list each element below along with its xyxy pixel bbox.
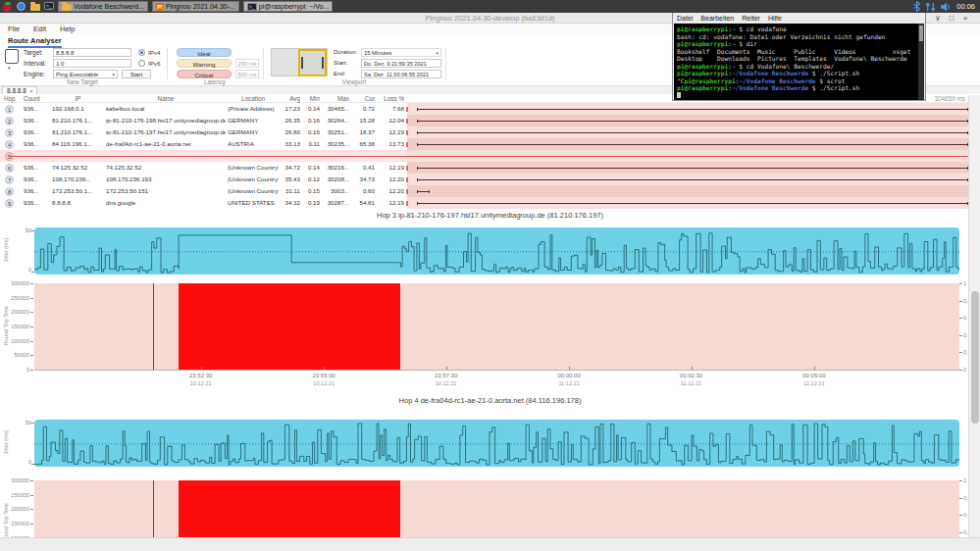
vertical-scrollbar-thumb[interactable] (971, 291, 979, 424)
column-header-loss[interactable]: Loss % (377, 94, 404, 103)
terminal-menu-reiter[interactable]: Reiter (742, 15, 760, 22)
raspberry-menu-icon[interactable] (3, 2, 13, 12)
cell-min: 0.19 (302, 197, 320, 209)
bluetooth-icon[interactable] (913, 1, 920, 12)
timeline-stripe[interactable] (407, 185, 968, 197)
cell-cur: 34.73 (351, 174, 375, 185)
table-row[interactable]: 5 (0, 150, 980, 162)
taskbar-window-pingnoo[interactable]: P! Pingnoo 2021.04.30-... (152, 1, 239, 12)
table-row[interactable]: 9936...8.8.8.8dns.googleUNITED STATES34.… (0, 197, 980, 209)
cell-ip: 74.125.32.52 (52, 162, 104, 174)
terminal-menu-hilfe[interactable]: Hilfe (768, 15, 782, 22)
cell-name: ip-81-210-176-197.hsi17.unitymediagroup.… (106, 126, 226, 138)
terminal-menubar: Datei Bearbeiten Reiter Hilfe (673, 13, 925, 24)
menu-file[interactable]: File (8, 25, 20, 33)
jitter-plot[interactable] (34, 227, 959, 275)
jitter-ytick: 50 (18, 227, 31, 234)
taskbar-clock: 00:06 (956, 2, 975, 11)
cell-min: 0.12 (302, 174, 320, 185)
x-tick-date: 11.12.21 (662, 380, 721, 386)
engine-select[interactable]: Ping Executable ▾ (53, 70, 118, 78)
cell-name: de-fra04d-rc1-ae-21-0.aorta.net (106, 138, 226, 150)
column-header-cur[interactable]: Cur (351, 94, 375, 103)
timeline-start-marker (406, 201, 408, 206)
cell-ip: 81.210.176.1... (52, 126, 104, 138)
close-button[interactable]: × (959, 13, 971, 24)
axis-tick (569, 367, 570, 370)
critical-pill: Critical (177, 70, 232, 78)
vertical-scrollbar[interactable] (968, 95, 980, 537)
engine-label: Engine: (24, 71, 45, 77)
terminal-scrollbar[interactable] (918, 24, 924, 100)
cell-count: 936... (24, 185, 50, 197)
menu-help[interactable]: Help (60, 25, 75, 33)
target-input[interactable]: 8.8.8.8 (53, 48, 131, 57)
minimize-button[interactable]: ∨ (932, 13, 944, 24)
jitter-plot[interactable] (34, 420, 959, 467)
terminal-menu-bearbeiten[interactable]: Bearbeiten (700, 15, 734, 22)
jitter-axis-label: Jitter (ms) (3, 230, 9, 270)
cell-min: 0.16 (302, 115, 320, 126)
terminal-menu-datei[interactable]: Datei (677, 15, 693, 22)
start-button[interactable]: Start (122, 70, 151, 78)
cell-ip: 192.168.0.1 (52, 103, 104, 115)
latency-ytick-left: 300000 (0, 477, 29, 484)
terminal-window[interactable]: Datei Bearbeiten Reiter Hilfe pi@raspber… (672, 12, 926, 101)
cell-name: 172.253.50.151 (106, 185, 226, 197)
column-header-location[interactable]: Location (228, 94, 279, 103)
viewport-handle-left[interactable] (301, 57, 303, 69)
table-row[interactable]: 1936...192.168.0.1kabelbox.local(Private… (0, 103, 980, 115)
warning-threshold-input[interactable]: 200 ms (235, 59, 259, 68)
taskbar-window-terminal[interactable]: >_ pi@raspberrypi: ~/Vo... (243, 1, 334, 12)
cell-name: kabelbox.local (106, 103, 226, 115)
column-header-avg[interactable]: Avg (279, 94, 300, 103)
maximize-button[interactable]: □ (946, 13, 957, 24)
column-header-name[interactable]: Name (106, 94, 226, 103)
hop-badge: 2 (5, 117, 14, 125)
ribbon-separator (445, 48, 446, 79)
interval-input[interactable]: 1.0 (53, 59, 131, 68)
critical-threshold-input[interactable]: 500 ms (235, 70, 259, 78)
terminal-scrollbar-thumb[interactable] (919, 25, 923, 41)
terminal-line: bash: cd: vodafone: Datei oder Verzeichn… (677, 33, 919, 41)
viewport-end-input[interactable]: Sa. Dez. 11 00:06:55 2021 (361, 70, 441, 78)
viewport-selection-box[interactable] (298, 49, 327, 76)
volume-icon[interactable] (941, 2, 952, 12)
column-header-min[interactable]: Min (302, 94, 320, 103)
terminal-screen[interactable]: pi@raspberrypi:~ $ cd vodafonebash: cd: … (674, 24, 919, 100)
horizontal-scrollbar[interactable] (0, 537, 980, 551)
terminal-launcher-icon[interactable]: >_ (44, 2, 54, 12)
network-updown-icon[interactable] (925, 2, 936, 12)
table-row[interactable]: 7936...108.170.236...108.170.236.193(Unk… (0, 174, 980, 185)
axis-tick (324, 367, 325, 370)
table-row[interactable]: 6936...74.125.32.5274.125.32.52(Unknown … (0, 162, 980, 174)
table-row[interactable]: 8936...172.253.50.1...172.253.50.151(Unk… (0, 185, 980, 197)
target-dropdown-caret-icon[interactable]: ▾ (8, 65, 11, 71)
target-dropdown-icon[interactable] (5, 49, 19, 64)
ipv6-radio[interactable] (138, 60, 145, 67)
ipv4-radio[interactable] (138, 49, 145, 56)
ribbon-tab-route-analyser[interactable]: Route Analyser (8, 36, 62, 48)
browser-icon[interactable] (17, 2, 26, 12)
column-header-ip[interactable]: IP (52, 94, 104, 103)
cell-avg: 35.43 (279, 174, 300, 185)
column-header-max[interactable]: Max (322, 94, 349, 103)
chart-title-hop3: Hop 3 ip-81-210-176-197.hsi17.unitymedia… (0, 211, 980, 220)
table-row[interactable]: 2936...81.210.176.1...ip-81-210-176-198.… (0, 115, 980, 126)
axis-tick (959, 532, 962, 533)
cell-ip: 108.170.236... (52, 174, 104, 185)
cell-min: 0.14 (302, 103, 320, 115)
column-header-count[interactable]: Count (24, 94, 50, 103)
file-manager-icon[interactable] (30, 2, 40, 12)
latency-plot[interactable] (34, 283, 959, 370)
menu-edit[interactable]: Edit (33, 25, 46, 33)
viewport-handle-right[interactable] (322, 57, 324, 69)
table-row[interactable]: 3936...81.210.176.1...ip-81-210-176-197.… (0, 126, 980, 138)
column-header-hop[interactable]: Hop (4, 94, 22, 103)
latency-ytick-left: 50000 (0, 352, 29, 359)
timeline-start-marker (406, 189, 408, 194)
table-row[interactable]: 4936...84.116.196.1...de-fra04d-rc1-ae-2… (0, 138, 980, 150)
viewport-start-input[interactable]: Do. Dez. 9 21:59:35 2021 (361, 59, 441, 68)
taskbar-window-folder[interactable]: Vodafone Beschwerd... (58, 1, 148, 12)
duration-select[interactable]: 15 Minutes ▾ (361, 48, 441, 57)
